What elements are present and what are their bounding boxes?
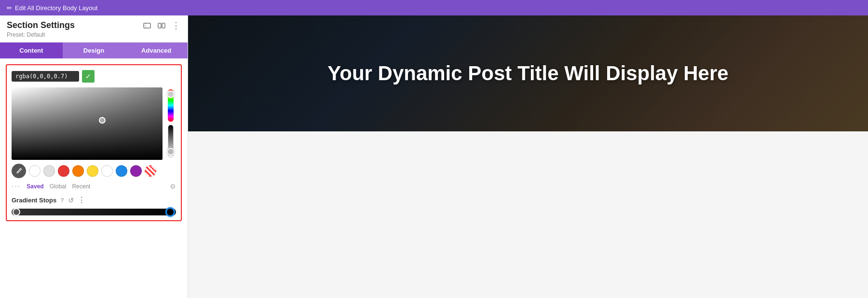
color-picker-area: ✓ (0, 58, 188, 298)
color-settings-icon[interactable]: ⚙ (170, 183, 176, 190)
left-panel: Section Settings ⋮ Preset: Default Conte… (0, 15, 188, 298)
color-tabs-row: ··· Saved Global Recent ⚙ (12, 182, 176, 191)
hue-slider[interactable] (168, 89, 174, 122)
panel-header: Section Settings ⋮ Preset: Default (0, 15, 188, 43)
tab-design[interactable]: Design (63, 43, 125, 58)
gradient-stop-right[interactable] (165, 207, 175, 217)
main-layout: Section Settings ⋮ Preset: Default Conte… (0, 15, 868, 298)
svg-rect-0 (144, 23, 150, 28)
swatch-white2[interactable] (101, 165, 113, 177)
gradient-undo-icon[interactable]: ↺ (68, 197, 74, 204)
color-confirm-button[interactable]: ✓ (82, 70, 95, 83)
top-bar: ✏ Edit All Directory Body Layout (0, 0, 868, 15)
columns-icon[interactable] (157, 21, 166, 30)
tab-advanced[interactable]: Advanced (125, 43, 188, 58)
color-more-button[interactable]: ··· (12, 182, 21, 191)
hero-title: Your Dynamic Post Title Will Display Her… (327, 61, 728, 85)
content-area-below-hero (188, 131, 868, 298)
gradient-handle[interactable] (99, 117, 106, 124)
gradient-help-icon[interactable]: ? (60, 197, 64, 204)
eyedropper-button[interactable] (12, 164, 26, 178)
maximize-icon[interactable] (142, 21, 152, 30)
color-value-input[interactable] (12, 71, 79, 82)
swatch-custom[interactable] (145, 165, 156, 177)
right-content: Your Dynamic Post Title Will Display Her… (188, 15, 868, 298)
panel-header-top: Section Settings ⋮ (7, 20, 181, 30)
tabs-bar: Content Design Advanced (0, 43, 188, 58)
swatch-blue[interactable] (116, 165, 127, 177)
top-bar-label: Edit All Directory Body Layout (15, 4, 97, 12)
swatch-orange[interactable] (72, 165, 84, 177)
pencil-icon: ✏ (7, 4, 12, 12)
alpha-thumb[interactable] (167, 148, 175, 156)
gradient-more-icon[interactable]: ⋮ (78, 196, 85, 205)
swatches-row (12, 164, 176, 178)
svg-rect-2 (162, 23, 165, 28)
gradient-bar[interactable] (12, 209, 176, 215)
gradient-stops-label: Gradient Stops (12, 197, 56, 204)
swatch-red[interactable] (58, 165, 69, 177)
preset-label[interactable]: Preset: Default (7, 31, 181, 38)
alpha-slider[interactable] (168, 125, 174, 158)
color-input-row: ✓ (12, 70, 176, 83)
color-picker-box: ✓ (6, 64, 182, 221)
swatch-white1[interactable] (29, 165, 41, 177)
gradient-bar-row (12, 209, 176, 215)
color-tab-saved[interactable]: Saved (27, 183, 43, 190)
tab-content[interactable]: Content (0, 43, 63, 58)
sliders-column (165, 87, 176, 160)
svg-rect-1 (158, 23, 161, 28)
hero-image: Your Dynamic Post Title Will Display Her… (188, 15, 868, 131)
gradient-stop-left[interactable] (13, 208, 20, 216)
swatch-lightgray[interactable] (43, 165, 55, 177)
panel-header-icons: ⋮ (142, 21, 181, 30)
page-title: Section Settings (7, 20, 75, 30)
gradient-canvas[interactable] (12, 87, 163, 160)
swatch-purple[interactable] (130, 165, 142, 177)
gradient-stops-row: Gradient Stops ? ↺ ⋮ (12, 196, 176, 205)
color-tab-recent[interactable]: Recent (72, 183, 90, 190)
hue-thumb[interactable] (167, 90, 175, 98)
more-vertical-icon[interactable]: ⋮ (171, 21, 181, 30)
color-tab-global[interactable]: Global (50, 183, 67, 190)
gradient-canvas-wrapper (12, 87, 176, 160)
gradient-canvas-inner (12, 87, 163, 160)
swatch-yellow[interactable] (87, 165, 98, 177)
